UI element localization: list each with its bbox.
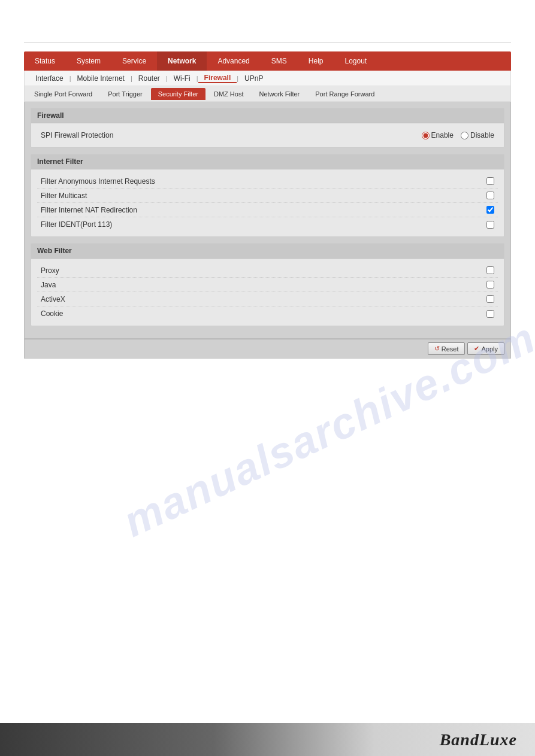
tab-item-dmz-host[interactable]: DMZ Host — [207, 88, 251, 100]
web-filter-body: ProxyJavaActiveXCookie — [31, 259, 504, 326]
subnav-item-firewall[interactable]: Firewall — [198, 74, 237, 83]
internet-filter-row-1: Filter Multicast — [37, 189, 498, 203]
web-filter-row-2: ActiveX — [37, 292, 498, 306]
disable-radio-text: Disable — [470, 131, 494, 139]
enable-radio-text: Enable — [431, 131, 454, 139]
content-area: Firewall SPI Firewall Protection Enable … — [24, 102, 511, 339]
firewall-section: Firewall SPI Firewall Protection Enable … — [31, 108, 504, 148]
sub-nav: Interface | Mobile Internet | Router | W… — [24, 71, 511, 86]
internet-filter-label-3: Filter IDENT(Port 113) — [41, 220, 486, 229]
internet-filter-body: Filter Anonymous Internet RequestsFilter… — [31, 169, 504, 236]
apply-button[interactable]: ✔ Apply — [467, 342, 504, 355]
tab-item-port-trigger[interactable]: Port Trigger — [101, 88, 149, 100]
nav-item-help[interactable]: Help — [298, 51, 334, 71]
web-filter-label-1: Java — [41, 281, 486, 289]
subnav-item-mobile-internet[interactable]: Mobile Internet — [71, 74, 131, 83]
subnav-item-upnp[interactable]: UPnP — [238, 74, 269, 83]
nav-item-service[interactable]: Service — [111, 51, 157, 71]
spi-firewall-row: SPI Firewall Protection Enable Disable — [37, 128, 498, 142]
reset-button[interactable]: ↺ Reset — [428, 342, 466, 355]
internet-filter-label-2: Filter Internet NAT Redirection — [41, 206, 486, 214]
tab-item-security-filter[interactable]: Security Filter — [151, 88, 205, 100]
web-filter-label-2: ActiveX — [41, 295, 486, 303]
internet-filter-label-0: Filter Anonymous Internet Requests — [41, 177, 486, 186]
web-filter-row-3: Cookie — [37, 306, 498, 321]
internet-filter-row-2: Filter Internet NAT Redirection — [37, 203, 498, 217]
web-filter-row-1: Java — [37, 278, 498, 292]
apply-icon: ✔ — [474, 345, 479, 353]
enable-radio[interactable] — [422, 132, 430, 139]
internet-filter-row-0: Filter Anonymous Internet Requests — [37, 174, 498, 189]
web-filter-header: Web Filter — [31, 244, 504, 259]
internet-filter-row-3: Filter IDENT(Port 113) — [37, 217, 498, 232]
nav-item-sms[interactable]: SMS — [261, 51, 298, 71]
web-filter-row-0: Proxy — [37, 263, 498, 278]
nav-item-network[interactable]: Network — [157, 51, 207, 71]
main-nav: StatusSystemServiceNetworkAdvancedSMSHel… — [24, 51, 511, 71]
web-filter-section: Web Filter ProxyJavaActiveXCookie — [31, 243, 504, 326]
page-footer: BandLuxe — [0, 723, 535, 756]
nav-item-status[interactable]: Status — [24, 51, 66, 71]
internet-filter-header: Internet Filter — [31, 154, 504, 169]
internet-filter-checkbox-0[interactable] — [486, 177, 494, 185]
reset-label: Reset — [442, 345, 459, 353]
internet-filter-section: Internet Filter Filter Anonymous Interne… — [31, 154, 504, 237]
enable-radio-label[interactable]: Enable — [422, 131, 454, 139]
web-filter-label-0: Proxy — [41, 266, 486, 275]
nav-item-logout[interactable]: Logout — [334, 51, 377, 71]
disable-radio-label[interactable]: Disable — [461, 131, 494, 139]
spi-firewall-control: Enable Disable — [422, 131, 494, 139]
firewall-section-header: Firewall — [31, 108, 504, 123]
tab-bar: Single Port ForwardPort TriggerSecurity … — [24, 86, 511, 102]
internet-filter-checkbox-2[interactable] — [486, 206, 494, 214]
subnav-item-interface[interactable]: Interface — [29, 74, 69, 83]
firewall-section-body: SPI Firewall Protection Enable Disable — [31, 123, 504, 147]
web-filter-checkbox-0[interactable] — [486, 266, 494, 274]
apply-label: Apply — [481, 345, 498, 353]
web-filter-checkbox-3[interactable] — [486, 310, 494, 318]
tab-item-single-port-forward[interactable]: Single Port Forward — [27, 88, 99, 100]
subnav-item-router[interactable]: Router — [132, 74, 166, 83]
web-filter-label-3: Cookie — [41, 309, 486, 318]
tab-item-port-range-forward[interactable]: Port Range Forward — [308, 88, 382, 100]
web-filter-checkbox-1[interactable] — [486, 281, 494, 289]
nav-item-advanced[interactable]: Advanced — [207, 51, 260, 71]
spi-firewall-label: SPI Firewall Protection — [41, 131, 422, 139]
bottom-bar: ↺ Reset ✔ Apply — [24, 339, 511, 359]
subnav-item-wi-fi[interactable]: Wi-Fi — [168, 74, 197, 83]
reset-icon: ↺ — [434, 345, 440, 353]
internet-filter-label-1: Filter Multicast — [41, 192, 486, 200]
disable-radio[interactable] — [461, 132, 468, 139]
internet-filter-checkbox-1[interactable] — [486, 192, 494, 199]
internet-filter-checkbox-3[interactable] — [486, 221, 494, 229]
brand-logo: BandLuxe — [440, 730, 517, 749]
nav-item-system[interactable]: System — [66, 51, 111, 71]
web-filter-checkbox-2[interactable] — [486, 295, 494, 303]
tab-item-network-filter[interactable]: Network Filter — [252, 88, 307, 100]
